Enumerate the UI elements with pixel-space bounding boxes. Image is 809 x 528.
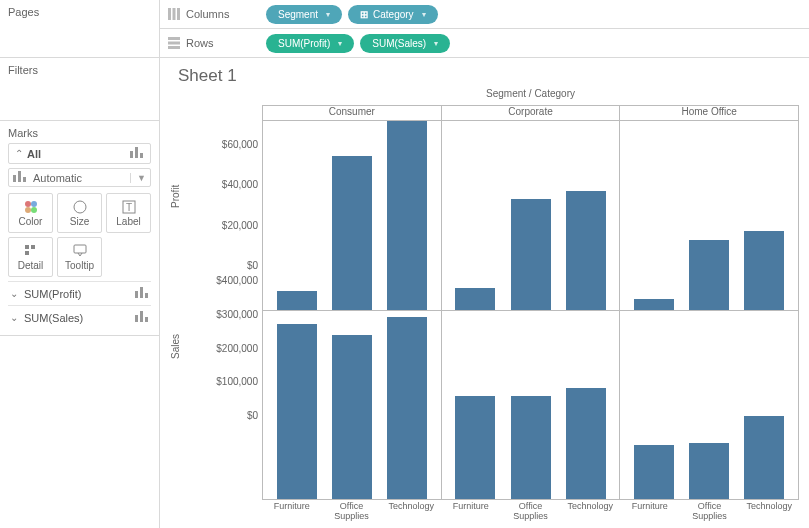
marks-label-button[interactable]: T Label	[106, 193, 151, 233]
bar[interactable]	[744, 416, 784, 499]
category-label[interactable]: Technology	[560, 500, 620, 522]
bar[interactable]	[277, 324, 317, 499]
bar[interactable]	[566, 388, 606, 499]
mark-type-select[interactable]: Automatic ▼	[8, 168, 151, 187]
svg-point-7	[31, 201, 37, 207]
svg-point-8	[25, 207, 31, 213]
rows-shelf[interactable]: Rows SUM(Profit)▾ SUM(Sales)▾	[160, 29, 809, 58]
segment-header[interactable]: Consumer	[262, 105, 441, 121]
columns-super-label: Segment / Category	[262, 88, 799, 99]
color-icon	[24, 200, 38, 214]
category-label[interactable]: Office Supplies	[680, 500, 740, 522]
marks-detail-button[interactable]: Detail	[8, 237, 53, 277]
svg-rect-15	[25, 251, 29, 255]
marks-color-label: Color	[19, 216, 43, 227]
marks-all-row[interactable]: ⌃ All	[8, 143, 151, 164]
marks-size-button[interactable]: Size	[57, 193, 102, 233]
marks-label-label: Label	[116, 216, 140, 227]
svg-rect-1	[135, 147, 138, 158]
bar[interactable]	[387, 317, 427, 499]
size-icon	[73, 200, 87, 214]
marks-color-button[interactable]: Color	[8, 193, 53, 233]
marks-tooltip-label: Tooltip	[65, 260, 94, 271]
category-label[interactable]: Furniture	[262, 500, 322, 522]
bar[interactable]	[689, 443, 729, 499]
filters-title: Filters	[8, 64, 151, 76]
chevron-down-icon: ⌄	[10, 288, 18, 299]
svg-rect-21	[140, 311, 143, 322]
cell-group	[262, 121, 441, 311]
sales-axis-label: Sales	[170, 271, 206, 421]
svg-point-6	[25, 201, 31, 207]
sales-tick: $0	[247, 410, 258, 421]
category-label[interactable]: Office Supplies	[501, 500, 561, 522]
profit-plot-row	[262, 121, 799, 311]
cell-group	[619, 121, 799, 311]
svg-rect-0	[130, 151, 133, 158]
svg-rect-25	[177, 8, 180, 20]
svg-rect-24	[173, 8, 176, 20]
rows-pills: SUM(Profit)▾ SUM(Sales)▾	[266, 34, 450, 53]
bar-chart-icon	[135, 287, 149, 300]
bar[interactable]	[744, 231, 784, 309]
category-label[interactable]: Technology	[739, 500, 799, 522]
segment-header[interactable]: Home Office	[619, 105, 799, 121]
svg-rect-18	[140, 287, 143, 298]
bar[interactable]	[277, 291, 317, 310]
bar[interactable]	[511, 199, 551, 309]
pages-panel[interactable]: Pages	[0, 0, 159, 58]
chevron-down-icon: ▾	[422, 10, 426, 19]
bar-chart-icon	[13, 171, 27, 184]
main-area: Columns Segment▾ ⊞Category▾ Rows SUM(Pro…	[160, 0, 809, 528]
bar[interactable]	[455, 396, 495, 499]
marks-all-label: All	[27, 148, 130, 160]
pill-category[interactable]: ⊞Category▾	[348, 5, 438, 24]
columns-shelf[interactable]: Columns Segment▾ ⊞Category▾	[160, 0, 809, 29]
marks-sum-sales-row[interactable]: ⌄ SUM(Sales)	[8, 305, 151, 329]
pill-sum-profit[interactable]: SUM(Profit)▾	[266, 34, 354, 53]
bar[interactable]	[332, 156, 372, 310]
detail-icon	[24, 244, 38, 258]
columns-icon	[168, 8, 180, 20]
pill-segment[interactable]: Segment▾	[266, 5, 342, 24]
bar[interactable]	[387, 121, 427, 310]
category-label[interactable]: Furniture	[620, 500, 680, 522]
marks-sum-profit-label: SUM(Profit)	[24, 288, 135, 300]
mark-type-label: Automatic	[33, 172, 130, 184]
sales-tick: $100,000	[216, 376, 258, 387]
bar-chart-icon	[130, 147, 144, 160]
profit-tick: $20,000	[222, 220, 258, 231]
pill-sum-sales[interactable]: SUM(Sales)▾	[360, 34, 450, 53]
svg-rect-14	[31, 245, 35, 249]
bar[interactable]	[634, 299, 674, 310]
rows-text: Rows	[186, 37, 214, 49]
marks-title: Marks	[8, 127, 151, 143]
columns-shelf-label: Columns	[168, 8, 258, 20]
bar[interactable]	[511, 396, 551, 499]
marks-sum-profit-row[interactable]: ⌄ SUM(Profit)	[8, 281, 151, 305]
pages-title: Pages	[8, 6, 151, 18]
segment-header[interactable]: Corporate	[441, 105, 620, 121]
bar[interactable]	[634, 445, 674, 499]
svg-rect-16	[74, 245, 86, 253]
bar[interactable]	[332, 335, 372, 499]
filters-panel[interactable]: Filters	[0, 58, 159, 121]
sales-tick: $200,000	[216, 343, 258, 354]
category-label[interactable]: Office Supplies	[322, 500, 382, 522]
category-label[interactable]: Furniture	[441, 500, 501, 522]
chart: Profit Sales $60,000 $40,000 $20,000 $0 …	[170, 105, 799, 522]
bar[interactable]	[566, 191, 606, 310]
svg-rect-17	[135, 291, 138, 298]
marks-tooltip-button[interactable]: Tooltip	[57, 237, 102, 277]
chevron-down-icon: ▾	[326, 10, 330, 19]
chevron-up-icon: ⌃	[15, 148, 23, 159]
category-label[interactable]: Technology	[381, 500, 441, 522]
bar[interactable]	[689, 240, 729, 310]
bar[interactable]	[455, 288, 495, 310]
segment-headers: Consumer Corporate Home Office	[262, 105, 799, 121]
svg-rect-28	[168, 46, 180, 49]
marks-size-label: Size	[70, 216, 89, 227]
sheet-title[interactable]: Sheet 1	[178, 66, 799, 86]
marks-sum-sales-label: SUM(Sales)	[24, 312, 135, 324]
cell-group	[441, 311, 620, 501]
